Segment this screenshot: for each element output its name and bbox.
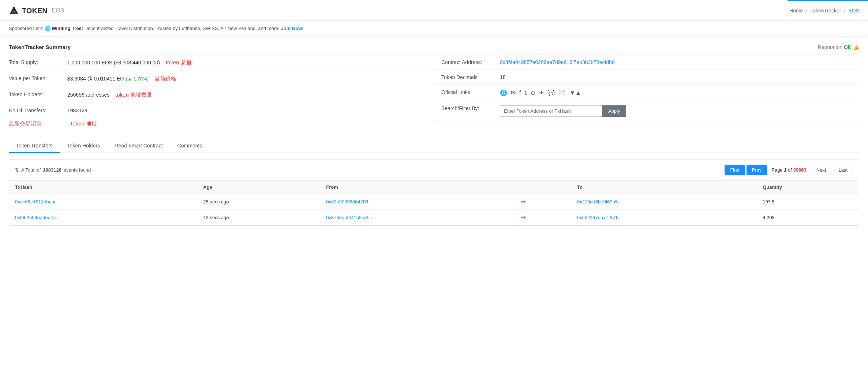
- tab-read-smart-contract[interactable]: Read Smart Contract: [107, 139, 170, 153]
- tab-token-transfers[interactable]: Token Transfers: [9, 139, 60, 153]
- transfer-arrow-icon: ➡: [520, 213, 526, 221]
- wechat-icon[interactable]: 💬: [547, 89, 555, 96]
- summary-title: TokenTracker Summary: [9, 44, 71, 50]
- transfers-table: TxHash Age From To Quantity 0xac06e1811b…: [9, 181, 859, 225]
- nav-home[interactable]: Home: [789, 8, 803, 14]
- cell-age: 25 secs ago: [197, 194, 320, 210]
- transfers-count: ⇅ A Total of 1983128 events found: [15, 167, 91, 173]
- summary-grid: Total Supply: 1,000,000,000 EOS ($8,308,…: [9, 55, 859, 132]
- page-info: Page 1 of 39663: [768, 167, 809, 173]
- to-link[interactable]: 0x52ff147da77f871...: [577, 215, 622, 220]
- email-icon[interactable]: ✉: [511, 89, 516, 96]
- col-from: From: [320, 181, 515, 194]
- search-filter-group: Apply: [500, 105, 626, 117]
- breadcrumb: Home / TokenTracker / EOS: [789, 8, 859, 14]
- extra-icon[interactable]: ▼▲: [569, 90, 581, 96]
- label-token-holders: Token Holders:: [9, 91, 67, 97]
- to-link[interactable]: 0x219dd6be9f63a5...: [577, 199, 622, 205]
- reputation-label: Reputation: [818, 44, 843, 50]
- tabs-bar: Token Transfers Token Holders Read Smart…: [9, 139, 859, 153]
- filter-icon: ⇅: [15, 167, 19, 173]
- label-token-decimals: Token Decimals:: [441, 74, 500, 80]
- contract-address-link[interactable]: 0x86fa049857e0209aa7d9e616f7eb3b3b78ecfd…: [500, 59, 615, 65]
- summary-left: Total Supply: 1,000,000,000 EOS ($8,308,…: [9, 55, 434, 132]
- summary-row-official-links: Official Links: 🌐 ✉ f 𝕥 ⊙ ✈ 💬 📄 ▼▲: [434, 85, 859, 101]
- table-row: 0xf962b045aded47... 42 secs ago 0x876eab…: [9, 210, 859, 225]
- value-token-decimals: 18: [500, 74, 506, 80]
- next-button[interactable]: Next: [811, 165, 832, 175]
- annotation-token-holders: token 地址数量: [115, 91, 152, 98]
- total-events-suffix: events found: [64, 167, 91, 173]
- nav-active[interactable]: EOS: [848, 8, 859, 14]
- annotation-token-address: token 地址: [71, 120, 97, 127]
- col-age: Age: [197, 181, 320, 194]
- col-to: To: [571, 181, 757, 194]
- sponsored-bar: Sponsored Link: 🌐 Winding Tree: Decentra…: [0, 20, 868, 37]
- txhash-link[interactable]: 0xac06e1811bbaac...: [15, 199, 60, 205]
- apply-button[interactable]: Apply: [602, 105, 626, 117]
- label-official-links: Official Links:: [441, 89, 500, 95]
- main-content: TokenTracker Summary Reputation OK 👍 Tot…: [0, 37, 868, 233]
- cell-arrow: ➡: [515, 194, 571, 210]
- transfers-header: ⇅ A Total of 1983128 events found First …: [9, 160, 859, 181]
- col-arrow: [515, 181, 571, 194]
- globe-icon[interactable]: 🌐: [500, 89, 507, 96]
- facebook-icon[interactable]: f: [519, 90, 521, 96]
- label-search-filter: Search/Filter By:: [441, 105, 500, 111]
- cell-to: 0x219dd6be9f63a5...: [571, 194, 757, 210]
- summary-row-decimals: Token Decimals: 18: [434, 70, 859, 85]
- sponsored-company: Winding Tree:: [52, 26, 83, 31]
- summary-row-total-supply: Total Supply: 1,000,000,000 EOS ($8,308,…: [9, 55, 434, 71]
- total-pages: 39663: [793, 167, 807, 173]
- summary-row-search: Search/Filter By: Apply: [434, 101, 859, 121]
- table-row: 0xac06e1811bbaac... 25 secs ago 0x80a909…: [9, 194, 859, 210]
- summary-row-contract: Contract Address: 0x86fa049857e0209aa7d9…: [434, 55, 859, 70]
- label-total-supply: Total Supply:: [9, 59, 67, 65]
- pagination: First Prev Page 1 of 39663 Next Last: [725, 165, 853, 175]
- last-button[interactable]: Last: [833, 165, 853, 175]
- annotation-latest-tx: 最新交易记录: [9, 120, 42, 127]
- txhash-link[interactable]: 0xf962b045aded47...: [15, 215, 60, 220]
- prev-button[interactable]: Prev: [747, 165, 767, 175]
- value-contract-address: 0x86fa049857e0209aa7d9e616f7eb3b3b78ecfd…: [500, 59, 615, 65]
- value-total-supply: 1,000,000,000 EOS ($8,308,440,000.00) to…: [67, 59, 192, 66]
- cell-txhash: 0xf962b045aded47...: [9, 210, 197, 225]
- cell-quantity: 4.208: [757, 210, 859, 225]
- first-button[interactable]: First: [725, 165, 745, 175]
- cell-arrow: ➡: [515, 210, 571, 225]
- summary-header: TokenTracker Summary Reputation OK 👍: [9, 44, 859, 50]
- github-icon[interactable]: ⊙: [531, 89, 535, 96]
- summary-row-value-per-token: Value per Token: $8.3084 @ 0.010411 Eth …: [9, 71, 434, 87]
- value-no-transfers: 1983128: [67, 108, 87, 113]
- summary-row-transfers: No.Of.Transfers: 1983128: [9, 103, 434, 118]
- from-link[interactable]: 0x80a909968642f7f...: [326, 199, 372, 205]
- nav-token-tracker[interactable]: TokenTracker: [810, 8, 841, 14]
- summary-right: Contract Address: 0x86fa049857e0209aa7d9…: [434, 55, 859, 132]
- header: TOKEN EOS Home / TokenTracker / EOS: [0, 1, 868, 20]
- summary-row-token-holders: Token Holders: 250656 addresses token 地址…: [9, 87, 434, 103]
- logo-icon: [9, 5, 19, 16]
- search-input[interactable]: [500, 105, 602, 117]
- document-icon[interactable]: 📄: [558, 89, 566, 96]
- reputation-status: OK: [844, 44, 852, 50]
- tab-comments[interactable]: Comments: [170, 139, 210, 153]
- cell-from: 0x876eabf441b2ee5...: [320, 210, 515, 225]
- total-events-number: 1983128: [43, 167, 61, 173]
- logo-text: TOKEN: [22, 7, 48, 15]
- sponsored-join-link[interactable]: Join Now!: [281, 26, 304, 31]
- col-quantity: Quantity: [757, 181, 859, 194]
- label-no-transfers: No.Of.Transfers:: [9, 108, 67, 113]
- telegram-icon[interactable]: ✈: [539, 89, 544, 96]
- logo-sub: EOS: [52, 7, 64, 14]
- sponsored-desc: Decentralized Travel Distribution. Trust…: [85, 26, 280, 31]
- from-link[interactable]: 0x876eabf441b2ee5...: [326, 215, 373, 220]
- tab-token-holders[interactable]: Token Holders: [60, 139, 108, 153]
- col-txhash: TxHash: [9, 181, 197, 194]
- official-links-icons: 🌐 ✉ f 𝕥 ⊙ ✈ 💬 📄 ▼▲: [500, 89, 581, 96]
- total-events-prefix: A Total of: [21, 167, 41, 173]
- twitter-icon[interactable]: 𝕥: [524, 89, 527, 96]
- annotation-total-supply: token 总量: [166, 59, 192, 65]
- sponsored-label: Sponsored Link:: [9, 26, 43, 31]
- cell-from: 0x80a909968642f7f...: [320, 194, 515, 210]
- nav-sep1: /: [806, 8, 807, 14]
